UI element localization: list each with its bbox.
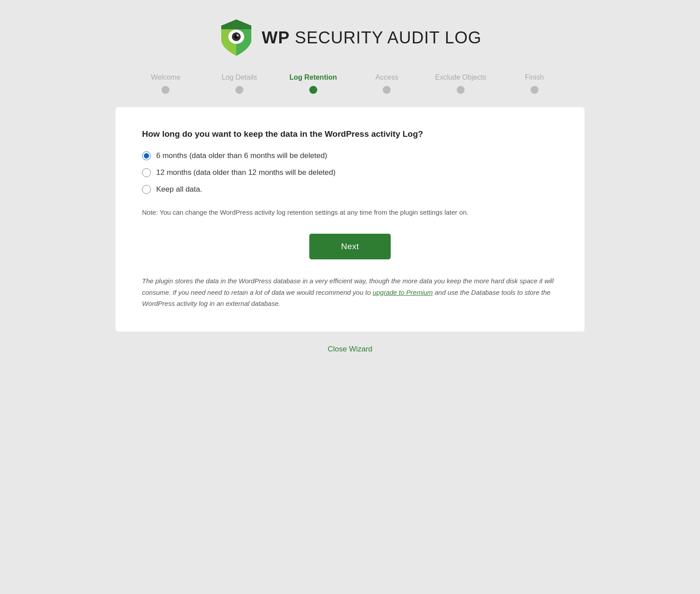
step-dot-exclude-objects: [457, 86, 465, 94]
wizard-step-exclude-objects: Exclude Objects: [424, 73, 498, 94]
step-label-finish: Finish: [525, 73, 544, 81]
wizard-steps: WelcomeLog DetailsLog RetentionAccessExc…: [129, 73, 571, 94]
step-dot-log-retention: [309, 86, 317, 94]
radio-opt-all[interactable]: [142, 185, 151, 194]
step-label-log-retention: Log Retention: [289, 73, 337, 81]
step-label-welcome: Welcome: [151, 73, 180, 81]
close-wizard-button[interactable]: Close Wizard: [327, 345, 372, 354]
step-dot-access: [383, 86, 391, 94]
logo-area: WP SECURITY AUDIT LOG: [219, 18, 482, 58]
step-label-log-details: Log Details: [222, 73, 257, 81]
radio-label-0: 6 months (data older than 6 months will …: [156, 151, 327, 160]
next-button[interactable]: Next: [309, 234, 391, 259]
radio-label-2: Keep all data.: [156, 185, 202, 194]
wizard-step-log-retention: Log Retention: [276, 73, 350, 94]
question-text: How long do you want to keep the data in…: [142, 129, 558, 139]
disclaimer-text: The plugin stores the data in the WordPr…: [142, 275, 558, 309]
wizard-step-welcome: Welcome: [129, 73, 203, 94]
radio-item-1[interactable]: 12 months (data older than 12 months wil…: [142, 168, 558, 177]
logo-text: WP SECURITY AUDIT LOG: [262, 28, 482, 47]
next-button-wrap: Next: [142, 234, 558, 259]
wizard-step-finish: Finish: [497, 73, 571, 94]
radio-opt-12months[interactable]: [142, 168, 151, 177]
wizard-step-log-details: Log Details: [203, 73, 277, 94]
retention-options: 6 months (data older than 6 months will …: [142, 151, 558, 194]
step-label-exclude-objects: Exclude Objects: [435, 73, 486, 81]
radio-item-2[interactable]: Keep all data.: [142, 185, 558, 194]
radio-item-0[interactable]: 6 months (data older than 6 months will …: [142, 151, 558, 160]
wizard-step-access: Access: [350, 73, 424, 94]
note-text: Note: You can change the WordPress activ…: [142, 207, 558, 218]
logo-shield-icon: [219, 18, 254, 58]
step-dot-finish: [531, 86, 538, 94]
main-card: How long do you want to keep the data in…: [115, 107, 585, 332]
svg-rect-0: [221, 19, 251, 29]
radio-opt-6months[interactable]: [142, 151, 151, 160]
svg-point-4: [236, 35, 238, 37]
radio-label-1: 12 months (data older than 12 months wil…: [156, 168, 335, 177]
step-dot-log-details: [235, 86, 243, 94]
upgrade-link[interactable]: upgrade to Premium: [373, 289, 433, 296]
step-label-access: Access: [376, 73, 399, 81]
step-dot-welcome: [162, 86, 169, 94]
